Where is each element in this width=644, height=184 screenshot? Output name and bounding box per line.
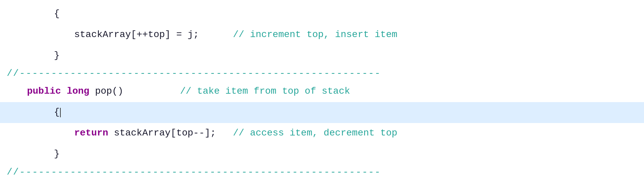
return-expression: stackArray[top--];	[114, 126, 216, 141]
comment-take-item: // take item from top of stack	[123, 84, 350, 99]
stack-assign-code: stackArray[++top] = j;	[74, 27, 199, 42]
separator-text-1: //--------------------------------------…	[7, 66, 381, 81]
open-brace-1: {	[54, 6, 60, 22]
comment-access-item: // access item, decrement top	[216, 126, 397, 141]
code-line-return: return stackArray[top--]; // access item…	[0, 123, 644, 144]
keyword-return: return	[74, 126, 114, 141]
keyword-public: public	[27, 84, 67, 99]
code-line-close-brace-1: }	[0, 45, 644, 66]
code-line-stack-assign: stackArray[++top] = j; // increment top,…	[0, 24, 644, 45]
method-pop: pop()	[95, 84, 123, 99]
open-brace-2: {	[54, 105, 60, 120]
code-editor: { stackArray[++top] = j; // increment to…	[0, 0, 644, 184]
dashed-separator-2: //--------------------------------------…	[0, 165, 644, 180]
code-line-open-brace: {	[0, 3, 644, 24]
close-brace-2: }	[54, 147, 60, 162]
code-line-pop-method: public long pop() // take item from top …	[0, 81, 644, 102]
close-brace-1: }	[54, 48, 60, 63]
text-cursor	[60, 108, 61, 117]
code-line-close-brace-2: }	[0, 144, 644, 165]
separator-text-2: //--------------------------------------…	[7, 165, 381, 180]
code-line-cursor[interactable]: {	[0, 102, 644, 123]
keyword-long: long	[67, 84, 95, 99]
dashed-separator-1: //--------------------------------------…	[0, 66, 644, 81]
comment-increment-top: // increment top, insert item	[199, 27, 397, 42]
